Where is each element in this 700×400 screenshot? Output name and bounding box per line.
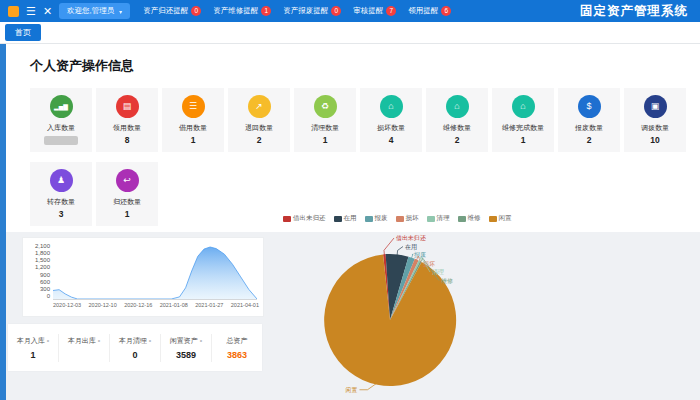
legend-swatch <box>458 216 466 222</box>
stat-card-value: 1 <box>125 209 130 219</box>
pie-callout-label-5: 维修 <box>441 277 453 284</box>
chevron-down-icon: ▾ <box>119 8 122 15</box>
summary-stat-1: 本月出库 <box>58 334 109 362</box>
user-dropdown-button[interactable]: 欢迎您,管理员 ▾ <box>59 3 130 19</box>
user-dropdown-label: 欢迎您,管理员 <box>67 6 114 16</box>
legend-item-3[interactable]: 损坏 <box>396 214 419 223</box>
legend-swatch <box>283 216 291 222</box>
y-tick-label: 1,800 <box>35 250 50 256</box>
legend-label: 维修 <box>468 214 481 223</box>
legend-swatch <box>489 216 497 222</box>
pie-callout-label-4: 清理 <box>432 269 444 275</box>
notification-menu: 资产归还提醒0资产维修提醒1资产报废提醒0审核提醒7领用提醒6 <box>143 6 451 16</box>
legend-swatch <box>334 216 342 222</box>
trend-area-chart <box>53 243 257 300</box>
nav-notification-0[interactable]: 资产归还提醒0 <box>143 6 201 16</box>
top-navbar: ☰ ✕ 欢迎您,管理员 ▾ 资产归还提醒0资产维修提醒1资产报废提醒0审核提醒7… <box>0 0 700 22</box>
x-tick-label: 2021-01-08 <box>160 302 188 308</box>
recycle-icon: ♻ <box>314 95 337 118</box>
stat-card-value: 2 <box>455 135 460 145</box>
stat-card-value: 8 <box>125 135 130 145</box>
stat-card-10[interactable]: ♟转存数量3 <box>30 162 92 226</box>
summary-stat-value: 1 <box>8 350 58 360</box>
nav-notification-3[interactable]: 审核提醒7 <box>353 6 396 16</box>
close-icon[interactable]: ✕ <box>43 6 52 17</box>
notification-badge: 7 <box>386 6 396 16</box>
summary-stat-label: 总资产 <box>212 336 262 346</box>
nav-notification-label: 领用提醒 <box>408 6 438 16</box>
stat-card-1[interactable]: ▤领用数量8 <box>96 88 158 152</box>
asset-status-pie-chart: 借出未归还在用报废损坏清理维修闲置 <box>276 232 700 400</box>
y-tick-label: 1,200 <box>35 264 50 270</box>
trend-chart-card: 2,1001,8001,5001,2009006003000 2020-12-0… <box>22 237 264 317</box>
summary-stat-0: 本月入库1 <box>8 334 58 362</box>
stat-card-8[interactable]: $报废数量2 <box>558 88 620 152</box>
stat-card-value: 2 <box>587 135 592 145</box>
stat-card-value: 1 <box>521 135 526 145</box>
legend-label: 清理 <box>437 214 450 223</box>
stat-card-label: 损坏数量 <box>377 123 405 133</box>
y-tick-label: 0 <box>47 293 50 299</box>
hamburger-menu-icon[interactable]: ☰ <box>26 6 36 17</box>
summary-stat-label: 闲置资产 <box>161 336 211 346</box>
stat-card-value: 3 <box>59 209 64 219</box>
stat-card-6[interactable]: ⌂维修数量2 <box>426 88 488 152</box>
legend-item-6[interactable]: 闲置 <box>489 214 512 223</box>
nav-notification-label: 资产归还提醒 <box>143 6 188 16</box>
tab-home[interactable]: 首页 <box>5 24 41 41</box>
legend-item-0[interactable]: 借出未归还 <box>283 214 326 223</box>
legend-item-1[interactable]: 在用 <box>334 214 357 223</box>
pie-leader-line <box>384 238 394 256</box>
summary-stat-value: 3863 <box>212 350 262 360</box>
summary-stat-4: 总资产3863 <box>211 334 262 362</box>
nav-notification-4[interactable]: 领用提醒6 <box>408 6 451 16</box>
stat-card-label: 维修数量 <box>443 123 471 133</box>
legend-swatch <box>365 216 373 222</box>
summary-stat-3: 闲置资产3589 <box>160 334 211 362</box>
y-tick-label: 600 <box>40 279 50 285</box>
stat-card-5[interactable]: ⌂损坏数量4 <box>360 88 422 152</box>
pie-callout-label-2: 报废 <box>413 251 426 258</box>
pie-legend: 借出未归还在用报废损坏清理维修闲置 <box>283 214 512 223</box>
stat-card-7[interactable]: ⌂维修完成数量1 <box>492 88 554 152</box>
legend-label: 在用 <box>344 214 357 223</box>
legend-item-5[interactable]: 维修 <box>458 214 481 223</box>
summary-stat-label: 本月出库 <box>59 336 109 346</box>
stat-card-label: 调拨数量 <box>641 123 669 133</box>
stat-card-label: 报废数量 <box>575 123 603 133</box>
x-tick-label: 2020-12-16 <box>124 302 152 308</box>
summary-stat-value: 3589 <box>161 350 211 360</box>
legend-label: 借出未归还 <box>293 214 326 223</box>
trend-icon: ↗ <box>248 95 271 118</box>
summary-stat-2: 本月清理0 <box>109 334 160 362</box>
stat-card-2[interactable]: ☰借用数量1 <box>162 88 224 152</box>
stat-card-4[interactable]: ♻清理数量1 <box>294 88 356 152</box>
stat-card-grid: ▂▅▇入库数量▤领用数量8☰借用数量1↗退回数量2♻清理数量1⌂损坏数量4⌂维修… <box>30 88 692 226</box>
asset-management-dashboard: ☰ ✕ 欢迎您,管理员 ▾ 资产归还提醒0资产维修提醒1资产报废提醒0审核提醒7… <box>0 0 700 400</box>
stat-card-3[interactable]: ↗退回数量2 <box>228 88 290 152</box>
legend-item-2[interactable]: 报废 <box>365 214 388 223</box>
nav-notification-1[interactable]: 资产维修提醒1 <box>213 6 271 16</box>
layers-icon: ☰ <box>182 95 205 118</box>
stat-card-label: 领用数量 <box>113 123 141 133</box>
stat-card-label: 归还数量 <box>113 197 141 207</box>
legend-item-4[interactable]: 清理 <box>427 214 450 223</box>
nav-notification-label: 审核提醒 <box>353 6 383 16</box>
nav-notification-label: 资产报废提醒 <box>283 6 328 16</box>
bottom-section: 2,1001,8001,5001,2009006003000 2020-12-0… <box>6 232 700 400</box>
stat-card-9[interactable]: ▣调拨数量10 <box>624 88 686 152</box>
stat-card-label: 维修完成数量 <box>502 123 544 133</box>
summary-stat-value: 0 <box>110 350 160 360</box>
nav-notification-2[interactable]: 资产报废提醒0 <box>283 6 341 16</box>
stat-card-11[interactable]: ↩归还数量1 <box>96 162 158 226</box>
stat-card-value: 1 <box>323 135 328 145</box>
nav-notification-label: 资产维修提醒 <box>213 6 258 16</box>
stat-card-label: 退回数量 <box>245 123 273 133</box>
stat-card-label: 清理数量 <box>311 123 339 133</box>
notification-badge: 0 <box>331 6 341 16</box>
stat-card-value: 1 <box>191 135 196 145</box>
home-icon: ⌂ <box>512 95 535 118</box>
pie-callout-label-6: 闲置 <box>345 387 357 394</box>
legend-label: 损坏 <box>406 214 419 223</box>
stat-card-0[interactable]: ▂▅▇入库数量 <box>30 88 92 152</box>
